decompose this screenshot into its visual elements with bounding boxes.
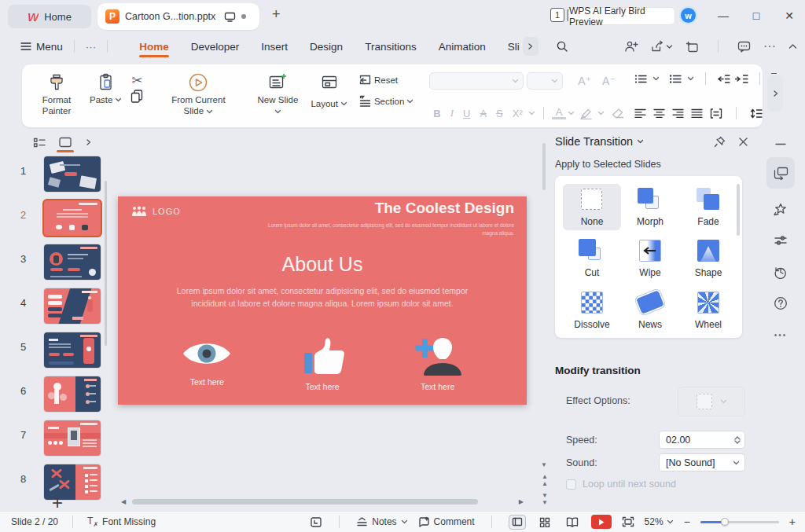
transition-option-none[interactable]: None	[563, 184, 621, 230]
minimize-button[interactable]: —	[708, 0, 739, 31]
tab-transitions[interactable]: Transitions	[354, 35, 428, 59]
font-size-combo[interactable]	[527, 72, 563, 90]
slide-thumbnail-2-selected[interactable]: 2	[0, 198, 110, 242]
chevron-down-icon[interactable]	[568, 110, 575, 116]
spinner-arrows[interactable]	[734, 436, 744, 444]
bold-button[interactable]: B	[429, 108, 444, 119]
slide-thumbnail-6[interactable]: 6	[0, 374, 110, 418]
zoom-in-button[interactable]: +	[789, 515, 796, 528]
scroll-down-arrow[interactable]: ▼	[541, 461, 547, 468]
zoom-out-button[interactable]: −	[684, 515, 690, 528]
feature-like[interactable]: Text here	[275, 336, 369, 391]
paste-button[interactable]: Paste	[85, 69, 127, 107]
justify-icon[interactable]	[691, 108, 703, 118]
font-color-button[interactable]: A	[552, 107, 567, 119]
vertical-scroll-thumb[interactable]	[542, 143, 546, 190]
transition-option-wheel[interactable]: Wheel	[679, 287, 737, 333]
line-spacing-icon[interactable]	[750, 108, 763, 119]
zoom-slider[interactable]	[700, 517, 779, 526]
collapse-panel-button[interactable]	[766, 130, 795, 157]
tab-animation[interactable]: Animation	[428, 35, 497, 59]
collapse-ribbon-icon[interactable]	[788, 43, 797, 50]
slide-thumbnail-5[interactable]: 5	[0, 330, 110, 374]
home-tab[interactable]: W Home	[8, 5, 91, 28]
slide-sorter-view-button[interactable]	[536, 515, 553, 530]
slide-about-body[interactable]: Lorem ipsum dolor sit amet, consectetur …	[173, 284, 472, 310]
animation-pane-icon[interactable]	[766, 193, 795, 225]
transition-option-morph[interactable]: Morph	[621, 184, 679, 230]
cut-icon[interactable]: ✂	[130, 72, 144, 89]
strikethrough-button[interactable]: S	[492, 108, 507, 119]
font-missing-indicator[interactable]: T✗ Font Missing	[87, 515, 156, 528]
chevron-down-icon[interactable]	[652, 75, 660, 82]
align-center-icon[interactable]	[653, 108, 665, 118]
slide-header-subtitle[interactable]: Lorem ipsum dolor sit amet, consectetur …	[255, 222, 514, 237]
slide-thumbnail-4[interactable]: 4	[0, 286, 110, 330]
eraser-icon[interactable]	[611, 108, 625, 119]
more-tools-icon[interactable]: ···	[763, 39, 776, 53]
task-window-icon[interactable]	[310, 516, 322, 528]
more-panels-icon[interactable]: •••	[766, 319, 795, 350]
help-icon[interactable]	[766, 288, 795, 319]
thumbnail-scrollbar[interactable]	[105, 181, 107, 346]
highlight-color-icon[interactable]	[579, 108, 593, 119]
align-right-icon[interactable]	[672, 108, 684, 118]
loop-sound-checkbox-row[interactable]: Loop until next sound	[566, 479, 676, 490]
close-button[interactable]: ✕	[774, 0, 805, 31]
pin-panel-icon[interactable]	[714, 136, 726, 148]
transition-option-news[interactable]: News	[621, 287, 679, 333]
share-export-icon[interactable]	[651, 40, 673, 53]
underline-button[interactable]: U	[459, 108, 474, 119]
tab-slideshow-truncated[interactable]: Sli	[497, 35, 523, 59]
transition-option-fade[interactable]: Fade	[679, 184, 737, 230]
tab-home[interactable]: Home	[128, 35, 180, 59]
slide-thumbnail-7[interactable]: 7	[0, 418, 110, 462]
speed-spinner[interactable]	[659, 431, 745, 449]
zoom-slider-knob[interactable]	[721, 518, 729, 526]
sound-dropdown[interactable]: [No Sound]	[659, 453, 745, 471]
chevron-down-icon[interactable]	[597, 110, 605, 116]
bullet-list-icon[interactable]	[634, 74, 648, 84]
document-tab[interactable]: P Cartoon G...tion.pptx	[97, 3, 259, 30]
ribbon-more-button[interactable]	[767, 75, 783, 112]
slide-thumbnail-1[interactable]: 1	[0, 154, 110, 198]
outline-view-icon[interactable]	[33, 138, 46, 148]
increase-indent-icon[interactable]	[735, 74, 748, 84]
feature-view[interactable]: Text here	[160, 336, 254, 391]
reading-view-button[interactable]	[564, 515, 581, 530]
italic-button[interactable]: I	[447, 107, 458, 119]
section-button[interactable]: Section	[355, 94, 417, 108]
tab-developer[interactable]: Developer	[180, 35, 251, 59]
pin-to-taskbar-icon[interactable]	[686, 41, 699, 53]
notes-button[interactable]: Notes	[356, 516, 407, 527]
slide-logo[interactable]: LOGO	[130, 206, 181, 217]
previous-slide-button[interactable]: ▲▲	[542, 473, 546, 487]
character-spacing-button[interactable]: A	[476, 108, 491, 119]
tab-insert[interactable]: Insert	[250, 35, 299, 59]
effect-options-dropdown[interactable]	[678, 387, 745, 416]
feature-follow[interactable]: Text here	[391, 336, 485, 391]
slide-view-icon[interactable]	[58, 137, 72, 148]
copy-icon[interactable]	[130, 89, 144, 104]
decrease-indent-icon[interactable]	[717, 74, 730, 84]
slide-2-editing-surface[interactable]: LOGO The Coolest Design Lorem ipsum dolo…	[118, 196, 527, 405]
align-left-icon[interactable]	[634, 108, 646, 118]
fit-to-window-icon[interactable]	[622, 516, 634, 527]
distribute-text-icon[interactable]	[710, 108, 722, 119]
tab-scroll-right-button[interactable]	[523, 37, 539, 56]
normal-view-button[interactable]	[509, 515, 526, 530]
history-icon[interactable]	[766, 256, 795, 288]
slide-canvas[interactable]: LOGO The Coolest Design Lorem ipsum dolo…	[110, 127, 550, 511]
format-painter-button[interactable]: Format Painter	[31, 69, 82, 119]
chevron-down-icon[interactable]	[528, 110, 535, 116]
chevron-down-icon[interactable]	[687, 75, 694, 82]
slide-header-title[interactable]: The Coolest Design	[375, 200, 514, 217]
slide-counter[interactable]: Slide 2 / 20	[11, 516, 58, 527]
new-tab-button[interactable]: +	[272, 6, 281, 23]
slideshow-play-button[interactable]	[591, 515, 612, 529]
slide-thumbnail-3[interactable]: 3	[0, 242, 110, 286]
transition-pane-icon[interactable]	[766, 157, 795, 189]
from-current-slide-button[interactable]: From Current Slide	[160, 69, 237, 119]
reset-button[interactable]: Reset	[355, 72, 417, 87]
thumbnail-panel-expand-icon[interactable]	[85, 139, 92, 145]
